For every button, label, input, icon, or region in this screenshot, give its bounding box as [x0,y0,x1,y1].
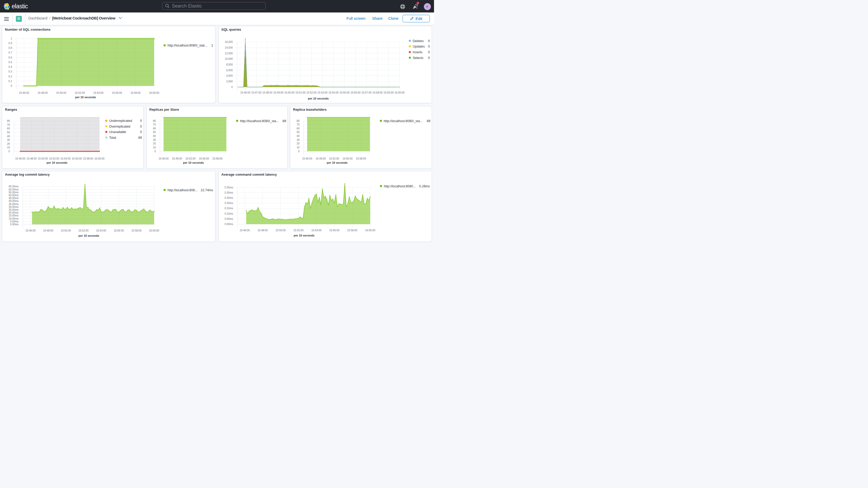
svg-text:http://localhost:8080/_sta...: http://localhost:8080/_sta... [240,119,279,123]
svg-text:45.00ms: 45.00ms [8,197,19,200]
svg-text:60.00ms: 60.00ms [8,188,19,191]
svg-text:0.9: 0.9 [8,41,12,44]
svg-text:15:57:00: 15:57:00 [361,91,371,94]
svg-text:15:56:00: 15:56:00 [329,229,339,232]
svg-text:0: 0 [428,56,430,60]
svg-text:15:56:00: 15:56:00 [114,229,124,232]
svg-text:15:48:00: 15:48:00 [257,229,268,232]
svg-text:0.2: 0.2 [8,75,12,78]
svg-text:Overreplicated: Overreplicated [109,124,130,128]
svg-text:0.00ms: 0.00ms [10,223,19,226]
svg-text:60: 60 [153,127,156,130]
svg-text:15:58:00: 15:58:00 [347,229,357,232]
svg-text:0: 0 [298,150,299,153]
svg-text:12,000: 12,000 [224,52,232,55]
svg-text:Deletes: Deletes [413,39,424,42]
svg-text:30: 30 [153,138,156,141]
svg-text:16:00:00: 16:00:00 [394,91,404,94]
svg-text:80: 80 [153,119,156,122]
svg-text:0.4: 0.4 [8,65,12,68]
svg-text:15:48:00: 15:48:00 [43,229,53,232]
svg-text:60: 60 [297,127,300,130]
svg-text:55.00ms: 55.00ms [8,191,19,194]
svg-text:0.6: 0.6 [8,56,12,59]
svg-text:20.00ms: 20.00ms [8,211,19,214]
svg-text:15:49:00: 15:49:00 [172,157,182,160]
svg-text:15:46:00: 15:46:00 [158,157,169,160]
svg-text:15:55:00: 15:55:00 [339,91,349,94]
svg-text:15:54:00: 15:54:00 [311,229,321,232]
svg-text:0.1: 0.1 [8,80,12,82]
svg-text:15:50:00: 15:50:00 [38,157,48,160]
svg-text:89: 89 [138,135,142,139]
svg-text:15:48:00: 15:48:00 [38,91,48,94]
svg-text:15:46:00: 15:46:00 [240,229,250,232]
svg-text:1: 1 [11,37,12,40]
svg-text:Underreplicated: Underreplicated [109,119,132,123]
svg-text:per 10 seconds: per 10 seconds [46,161,67,164]
svg-text:70: 70 [7,123,10,126]
svg-text:16:00:00: 16:00:00 [94,157,104,160]
svg-text:15:46:00: 15:46:00 [19,91,29,94]
svg-text:0.30ms: 0.30ms [224,191,233,194]
svg-text:15:52:00: 15:52:00 [75,91,85,94]
svg-text:15:54:00: 15:54:00 [96,229,106,232]
svg-text:40: 40 [153,134,156,138]
svg-text:0: 0 [140,130,142,134]
svg-text:15:59:00: 15:59:00 [383,91,394,94]
svg-text:per 10 seconds: per 10 seconds [308,97,329,100]
svg-text:15:48:00: 15:48:00 [27,157,37,160]
svg-text:per 10 seconds: per 10 seconds [327,161,347,164]
svg-text:14,000: 14,000 [224,46,232,49]
svg-text:15:47:00: 15:47:00 [251,91,261,94]
svg-text:8,000: 8,000 [226,63,232,66]
svg-text:15:52:00: 15:52:00 [306,91,316,94]
svg-text:15:56:00: 15:56:00 [72,157,82,160]
svg-text:0: 0 [140,119,142,123]
svg-text:15:50:00: 15:50:00 [56,91,66,94]
svg-text:0: 0 [428,45,430,48]
svg-text:89: 89 [282,119,286,123]
svg-text:0.20ms: 0.20ms [224,202,233,205]
svg-text:0.8: 0.8 [8,47,12,49]
svg-text:Unavailable: Unavailable [109,130,126,134]
svg-text:0: 0 [428,51,430,54]
svg-text:15:58:00: 15:58:00 [83,157,93,160]
svg-text:65.00ms: 65.00ms [8,185,19,188]
svg-text:http://localhost:8080/_stat...: http://localhost:8080/_stat... [167,44,207,47]
svg-text:15:58:00: 15:58:00 [212,157,222,160]
svg-text:http://localhost:808...: http://localhost:808... [167,188,197,192]
svg-text:0.25ms: 0.25ms [224,196,233,199]
svg-text:0: 0 [140,124,142,128]
svg-text:0.15ms: 0.15ms [224,207,233,210]
svg-text:40: 40 [297,134,300,138]
svg-text:0.3: 0.3 [8,70,12,73]
svg-text:15:58:00: 15:58:00 [356,157,366,160]
svg-text:per 10 seconds: per 10 seconds [183,161,204,164]
svg-text:15:49:00: 15:49:00 [273,91,283,94]
svg-text:15:58:00: 15:58:00 [130,91,141,94]
svg-text:10: 10 [297,146,300,149]
svg-text:15:56:00: 15:56:00 [112,91,122,94]
svg-text:35.00ms: 35.00ms [8,203,19,206]
svg-text:15:58:00: 15:58:00 [131,229,142,232]
svg-text:0: 0 [8,150,10,153]
svg-text:10,000: 10,000 [224,57,232,60]
svg-text:http://localhost:8080/_sta...: http://localhost:8080/_sta... [383,119,422,123]
svg-text:30.00ms: 30.00ms [8,206,19,208]
svg-text:15:54:00: 15:54:00 [93,91,103,94]
svg-text:15:52:00: 15:52:00 [49,157,59,160]
svg-text:15:50:00: 15:50:00 [276,229,286,232]
svg-text:0.05ms: 0.05ms [224,217,233,220]
svg-text:70: 70 [153,123,156,126]
svg-text:50: 50 [297,131,300,133]
svg-text:15:52:00: 15:52:00 [79,229,89,232]
svg-text:16,000: 16,000 [224,40,232,43]
svg-text:15:53:00: 15:53:00 [317,91,328,94]
svg-text:15:58:00: 15:58:00 [372,91,382,94]
svg-text:10: 10 [153,146,156,149]
svg-text:http://localhost:8080...: http://localhost:8080... [384,184,415,188]
svg-text:22.74ms: 22.74ms [200,188,213,192]
svg-text:15:52:00: 15:52:00 [293,229,304,232]
svg-text:per 10 seconds: per 10 seconds [79,234,99,237]
